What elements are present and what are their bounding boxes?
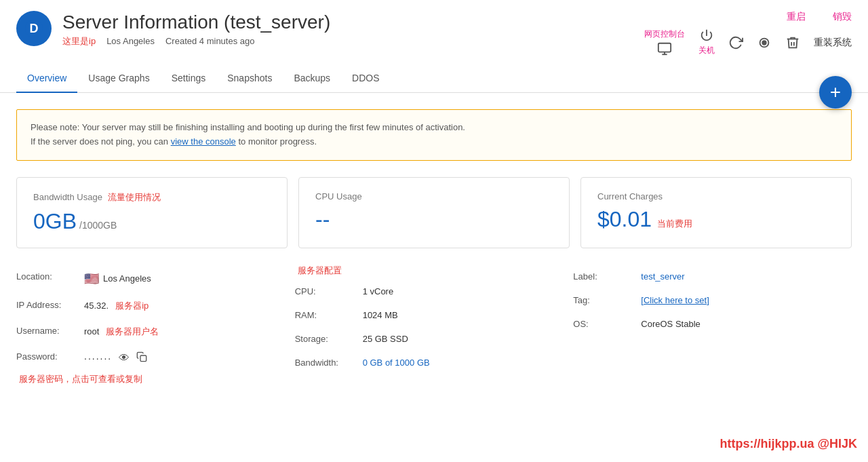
copy-password-icon[interactable] — [136, 351, 147, 365]
bottom-icons-row: 网页控制台 关机 — [644, 28, 852, 56]
username-annotation: 服务器用户名 — [106, 326, 159, 338]
delete-icon-button[interactable] — [785, 35, 800, 50]
ip-server-annotation: 服务器ip — [115, 300, 149, 312]
power-icon — [699, 28, 714, 43]
os-value: CoreOS Stable — [641, 319, 700, 329]
trash-icon — [785, 35, 800, 50]
ram-row: RAM: 1024 MB — [295, 303, 574, 327]
notice-line2-pre: If the server does not ping, you can — [31, 136, 171, 147]
cpu-label: CPU Usage — [315, 191, 553, 201]
destroy-button[interactable]: 销毁 — [833, 11, 852, 23]
svg-rect-2 — [658, 43, 671, 52]
add-button[interactable]: + — [819, 76, 852, 109]
info-col-3: Label: test_server Tag: [Click here to s… — [573, 265, 852, 385]
bandwidth-info-value: 0 GB of 1000 GB — [363, 358, 430, 368]
info-section: Location: 🇺🇸 Los Angeles IP Address: 45.… — [16, 265, 852, 385]
server-location: Los Angeles — [106, 36, 155, 46]
ip-annotation: 这里是ip — [62, 35, 96, 47]
tab-snapshots[interactable]: Snapshots — [216, 64, 283, 93]
record-icon — [757, 35, 772, 50]
refresh-icon — [728, 35, 743, 50]
show-password-icon[interactable]: 👁 — [119, 352, 130, 364]
ip-address-row: IP Address: 45.32. 服务器ip — [16, 293, 295, 319]
reinstall-group: 重装系统 — [814, 37, 852, 49]
top-actions-row: 重启 销毁 — [787, 11, 852, 23]
us-flag-icon: 🇺🇸 — [84, 271, 99, 286]
page-title: Server Information (test_server) — [62, 11, 644, 34]
tag-value[interactable]: [Click here to set] — [641, 295, 709, 305]
tag-row: Tag: [Click here to set] — [573, 288, 852, 312]
server-meta: 这里是ip Los Angeles Created 4 minutes ago — [62, 35, 644, 47]
cpu-info-value: 1 vCore — [363, 286, 394, 296]
info-col-2: 服务器配置 CPU: 1 vCore RAM: 1024 MB Storage:… — [295, 265, 574, 385]
svg-text:D: D — [30, 22, 39, 35]
reboot-icon-button[interactable] — [728, 35, 743, 50]
location-value: Los Angeles — [103, 273, 151, 284]
label-row: Label: test_server — [573, 265, 852, 288]
username-row: Username: root 服务器用户名 — [16, 319, 295, 345]
add-icon: + — [830, 83, 841, 102]
title-group: Server Information (test_server) 这里是ip L… — [62, 11, 644, 47]
tab-overview[interactable]: Overview — [16, 64, 77, 93]
location-row: Location: 🇺🇸 Los Angeles — [16, 265, 295, 293]
bandwidth-label: Bandwidth Usage 流量使用情况 — [33, 191, 271, 204]
cpu-value: -- — [315, 207, 553, 232]
cpu-card: CPU Usage -- — [298, 177, 570, 248]
bandwidth-annotation: 流量使用情况 — [108, 192, 161, 202]
charges-card: Current Charges $0.01 当前费用 — [580, 177, 852, 248]
cpu-info-row: CPU: 1 vCore — [295, 280, 574, 303]
bandwidth-info-row: Bandwidth: 0 GB of 1000 GB — [295, 351, 574, 374]
server-config-annotation: 服务器配置 — [298, 265, 342, 275]
charges-label: Current Charges — [597, 191, 835, 201]
bandwidth-value: 0GB /1000GB — [33, 209, 271, 234]
bandwidth-card: Bandwidth Usage 流量使用情况 0GB /1000GB — [16, 177, 288, 248]
charges-annotation: 当前费用 — [657, 218, 692, 230]
os-row: OS: CoreOS Stable — [573, 312, 852, 336]
tab-backups[interactable]: Backups — [283, 64, 341, 93]
monitor-icon — [657, 41, 672, 56]
main-content: Please note: Your server may still be fi… — [0, 93, 868, 402]
password-value: ······· — [84, 353, 112, 364]
stats-row: Bandwidth Usage 流量使用情况 0GB /1000GB CPU U… — [16, 177, 852, 248]
app-logo: D — [16, 11, 52, 46]
shutdown-label: 关机 — [698, 45, 715, 56]
tab-settings[interactable]: Settings — [161, 64, 217, 93]
console-button[interactable]: 网页控制台 — [644, 28, 685, 56]
svg-rect-7 — [140, 355, 146, 362]
tab-usage-graphs[interactable]: Usage Graphs — [77, 64, 160, 93]
header-right-actions: 重启 销毁 网页控制台 关机 — [644, 11, 852, 56]
header: D Server Information (test_server) 这里是ip… — [0, 0, 868, 56]
password-annotation: 服务器密码，点击可查看或复制 — [19, 374, 142, 384]
notice-line2-post: to monitor progress. — [238, 136, 317, 147]
svg-point-6 — [762, 41, 766, 45]
notice-box: Please note: Your server may still be fi… — [16, 109, 852, 161]
bandwidth-sub: /1000GB — [79, 220, 117, 231]
tab-ddos[interactable]: DDOS — [341, 64, 390, 93]
media-icon-button[interactable] — [757, 35, 772, 50]
restart-button[interactable]: 重启 — [787, 11, 806, 23]
username-value: root — [84, 326, 99, 336]
charges-value: $0.01 当前费用 — [597, 207, 835, 232]
reinstall-label: 重装系统 — [814, 37, 852, 49]
password-annotation-row: 服务器密码，点击可查看或复制 — [16, 373, 295, 385]
storage-row: Storage: 25 GB SSD — [295, 327, 574, 351]
password-row: Password: ······· 👁 — [16, 345, 295, 372]
shutdown-button[interactable]: 关机 — [698, 28, 715, 56]
storage-value: 25 GB SSD — [363, 334, 408, 344]
ram-value: 1024 MB — [363, 310, 398, 320]
console-label: 网页控制台 — [644, 28, 685, 40]
ip-value: 45.32. — [84, 301, 108, 311]
label-value: test_server — [641, 271, 684, 282]
notice-line1: Please note: Your server may still be fi… — [31, 122, 465, 132]
server-created: Created 4 minutes ago — [165, 36, 255, 46]
info-col-1: Location: 🇺🇸 Los Angeles IP Address: 45.… — [16, 265, 295, 385]
view-console-link[interactable]: view the console — [171, 136, 236, 147]
tabs-bar: Overview Usage Graphs Settings Snapshots… — [0, 64, 868, 93]
